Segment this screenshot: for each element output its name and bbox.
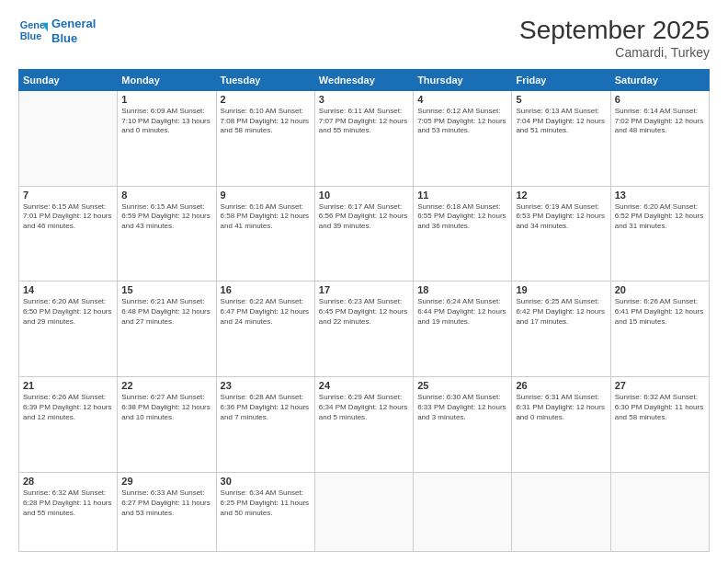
- table-row: 18Sunrise: 6:24 AM Sunset: 6:44 PM Dayli…: [414, 282, 512, 377]
- day-info: Sunrise: 6:20 AM Sunset: 6:52 PM Dayligh…: [615, 202, 705, 232]
- day-number: 7: [23, 190, 113, 201]
- table-row: 19Sunrise: 6:25 AM Sunset: 6:42 PM Dayli…: [512, 282, 610, 377]
- day-number: 27: [615, 380, 705, 391]
- day-number: 24: [319, 380, 409, 391]
- table-row: 1Sunrise: 6:09 AM Sunset: 7:10 PM Daylig…: [118, 90, 216, 186]
- table-row: 9Sunrise: 6:16 AM Sunset: 6:58 PM Daylig…: [216, 186, 314, 282]
- table-row: 11Sunrise: 6:18 AM Sunset: 6:55 PM Dayli…: [414, 186, 512, 282]
- col-thursday: Thursday: [414, 69, 512, 90]
- day-info: Sunrise: 6:24 AM Sunset: 6:44 PM Dayligh…: [417, 297, 507, 327]
- table-row: 14Sunrise: 6:20 AM Sunset: 6:50 PM Dayli…: [19, 282, 118, 377]
- table-row: 23Sunrise: 6:28 AM Sunset: 6:36 PM Dayli…: [216, 377, 314, 473]
- day-info: Sunrise: 6:30 AM Sunset: 6:33 PM Dayligh…: [417, 393, 507, 422]
- table-row: 2Sunrise: 6:10 AM Sunset: 7:08 PM Daylig…: [216, 90, 314, 186]
- logo-text: General Blue: [51, 17, 96, 45]
- col-friday: Friday: [512, 69, 610, 90]
- day-info: Sunrise: 6:33 AM Sunset: 6:27 PM Dayligh…: [121, 488, 211, 518]
- table-row: [512, 472, 610, 551]
- day-info: Sunrise: 6:32 AM Sunset: 6:28 PM Dayligh…: [23, 488, 113, 518]
- table-row: 4Sunrise: 6:12 AM Sunset: 7:05 PM Daylig…: [414, 90, 512, 186]
- calendar-table: Sunday Monday Tuesday Wednesday Thursday…: [18, 69, 710, 552]
- day-info: Sunrise: 6:25 AM Sunset: 6:42 PM Dayligh…: [516, 297, 606, 327]
- table-row: 16Sunrise: 6:22 AM Sunset: 6:47 PM Dayli…: [216, 282, 314, 377]
- table-row: [314, 472, 413, 551]
- table-row: [19, 90, 118, 186]
- table-row: [414, 472, 512, 551]
- table-row: 5Sunrise: 6:13 AM Sunset: 7:04 PM Daylig…: [512, 90, 610, 186]
- table-row: 12Sunrise: 6:19 AM Sunset: 6:53 PM Dayli…: [512, 186, 610, 282]
- day-info: Sunrise: 6:22 AM Sunset: 6:47 PM Dayligh…: [221, 297, 311, 327]
- day-number: 1: [121, 94, 211, 105]
- table-row: [610, 472, 709, 551]
- page: General Blue General Blue September 2025…: [0, 0, 728, 563]
- day-info: Sunrise: 6:09 AM Sunset: 7:10 PM Dayligh…: [121, 107, 211, 136]
- day-info: Sunrise: 6:31 AM Sunset: 6:31 PM Dayligh…: [516, 393, 606, 422]
- day-number: 14: [23, 284, 113, 295]
- day-number: 12: [516, 190, 606, 201]
- day-info: Sunrise: 6:15 AM Sunset: 6:59 PM Dayligh…: [121, 202, 211, 232]
- day-info: Sunrise: 6:19 AM Sunset: 6:53 PM Dayligh…: [516, 202, 606, 232]
- table-row: 28Sunrise: 6:32 AM Sunset: 6:28 PM Dayli…: [19, 472, 118, 551]
- col-sunday: Sunday: [19, 69, 118, 90]
- day-number: 21: [23, 380, 113, 391]
- table-row: 30Sunrise: 6:34 AM Sunset: 6:25 PM Dayli…: [216, 472, 314, 551]
- day-number: 4: [417, 94, 507, 105]
- day-number: 30: [221, 476, 311, 487]
- day-number: 2: [221, 94, 311, 105]
- day-number: 23: [221, 380, 311, 391]
- day-number: 20: [615, 284, 705, 295]
- table-row: 27Sunrise: 6:32 AM Sunset: 6:30 PM Dayli…: [610, 377, 709, 473]
- day-info: Sunrise: 6:34 AM Sunset: 6:25 PM Dayligh…: [221, 488, 311, 518]
- day-info: Sunrise: 6:26 AM Sunset: 6:39 PM Dayligh…: [23, 393, 113, 422]
- logo-line1: General: [51, 17, 96, 30]
- day-info: Sunrise: 6:26 AM Sunset: 6:41 PM Dayligh…: [615, 297, 705, 327]
- table-row: 3Sunrise: 6:11 AM Sunset: 7:07 PM Daylig…: [314, 90, 413, 186]
- day-info: Sunrise: 6:16 AM Sunset: 6:58 PM Dayligh…: [221, 202, 311, 232]
- table-row: 6Sunrise: 6:14 AM Sunset: 7:02 PM Daylig…: [610, 90, 709, 186]
- table-row: 21Sunrise: 6:26 AM Sunset: 6:39 PM Dayli…: [19, 377, 118, 473]
- table-row: 15Sunrise: 6:21 AM Sunset: 6:48 PM Dayli…: [118, 282, 216, 377]
- day-number: 9: [221, 190, 311, 201]
- day-number: 19: [516, 284, 606, 295]
- title-block: September 2025 Camardi, Turkey: [519, 17, 710, 60]
- col-wednesday: Wednesday: [314, 69, 413, 90]
- day-info: Sunrise: 6:32 AM Sunset: 6:30 PM Dayligh…: [615, 393, 705, 422]
- table-row: 8Sunrise: 6:15 AM Sunset: 6:59 PM Daylig…: [118, 186, 216, 282]
- day-number: 11: [417, 190, 507, 201]
- table-row: 10Sunrise: 6:17 AM Sunset: 6:56 PM Dayli…: [314, 186, 413, 282]
- day-info: Sunrise: 6:17 AM Sunset: 6:56 PM Dayligh…: [319, 202, 409, 232]
- day-number: 16: [221, 284, 311, 295]
- col-monday: Monday: [118, 69, 216, 90]
- col-saturday: Saturday: [610, 69, 709, 90]
- day-info: Sunrise: 6:21 AM Sunset: 6:48 PM Dayligh…: [121, 297, 211, 327]
- day-info: Sunrise: 6:20 AM Sunset: 6:50 PM Dayligh…: [23, 297, 113, 327]
- day-number: 18: [417, 284, 507, 295]
- logo-line2: Blue: [51, 31, 77, 45]
- col-tuesday: Tuesday: [216, 69, 314, 90]
- day-number: 22: [121, 380, 211, 391]
- logo: General Blue General Blue: [18, 17, 96, 46]
- table-row: 13Sunrise: 6:20 AM Sunset: 6:52 PM Dayli…: [610, 186, 709, 282]
- table-row: 22Sunrise: 6:27 AM Sunset: 6:38 PM Dayli…: [118, 377, 216, 473]
- day-number: 5: [516, 94, 606, 105]
- day-info: Sunrise: 6:14 AM Sunset: 7:02 PM Dayligh…: [615, 107, 705, 136]
- day-info: Sunrise: 6:10 AM Sunset: 7:08 PM Dayligh…: [221, 107, 311, 136]
- day-info: Sunrise: 6:12 AM Sunset: 7:05 PM Dayligh…: [417, 107, 507, 136]
- day-number: 28: [23, 476, 113, 487]
- day-info: Sunrise: 6:15 AM Sunset: 7:01 PM Dayligh…: [23, 202, 113, 232]
- day-number: 15: [121, 284, 211, 295]
- day-number: 10: [319, 190, 409, 201]
- day-info: Sunrise: 6:27 AM Sunset: 6:38 PM Dayligh…: [121, 393, 211, 422]
- day-number: 25: [417, 380, 507, 391]
- day-number: 6: [615, 94, 705, 105]
- table-row: 17Sunrise: 6:23 AM Sunset: 6:45 PM Dayli…: [314, 282, 413, 377]
- day-number: 17: [319, 284, 409, 295]
- table-row: 24Sunrise: 6:29 AM Sunset: 6:34 PM Dayli…: [314, 377, 413, 473]
- table-row: 7Sunrise: 6:15 AM Sunset: 7:01 PM Daylig…: [19, 186, 118, 282]
- day-number: 8: [121, 190, 211, 201]
- calendar-header-row: Sunday Monday Tuesday Wednesday Thursday…: [19, 69, 710, 90]
- day-info: Sunrise: 6:23 AM Sunset: 6:45 PM Dayligh…: [319, 297, 409, 327]
- month-title: September 2025: [519, 17, 710, 45]
- day-number: 13: [615, 190, 705, 201]
- day-number: 3: [319, 94, 409, 105]
